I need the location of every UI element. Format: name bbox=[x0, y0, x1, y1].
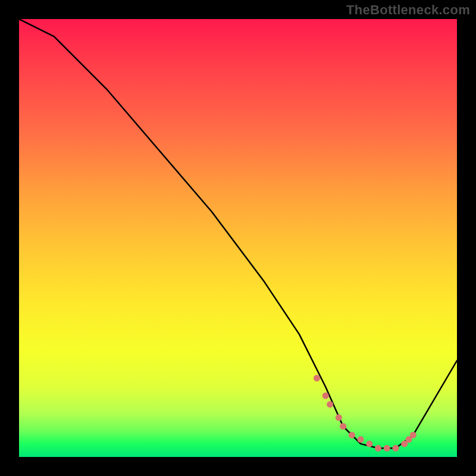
marker-dot bbox=[340, 423, 346, 430]
marker-dot bbox=[384, 445, 390, 452]
marker-dot bbox=[327, 401, 333, 408]
marker-dot bbox=[314, 375, 320, 381]
marker-dot bbox=[349, 432, 355, 439]
marker-dot bbox=[366, 440, 372, 447]
bottleneck-curve bbox=[19, 19, 457, 448]
optimal-range-markers bbox=[314, 375, 416, 452]
watermark: TheBottleneck.com bbox=[346, 2, 470, 18]
bottleneck-curve-svg bbox=[19, 19, 457, 457]
marker-dot bbox=[375, 445, 381, 452]
marker-dot bbox=[393, 445, 399, 452]
marker-dot bbox=[336, 414, 342, 421]
plot-area bbox=[19, 19, 457, 457]
marker-dot bbox=[358, 436, 364, 443]
marker-dot bbox=[410, 432, 416, 439]
marker-dot bbox=[322, 393, 329, 399]
chart-frame: TheBottleneck.com bbox=[0, 0, 476, 476]
